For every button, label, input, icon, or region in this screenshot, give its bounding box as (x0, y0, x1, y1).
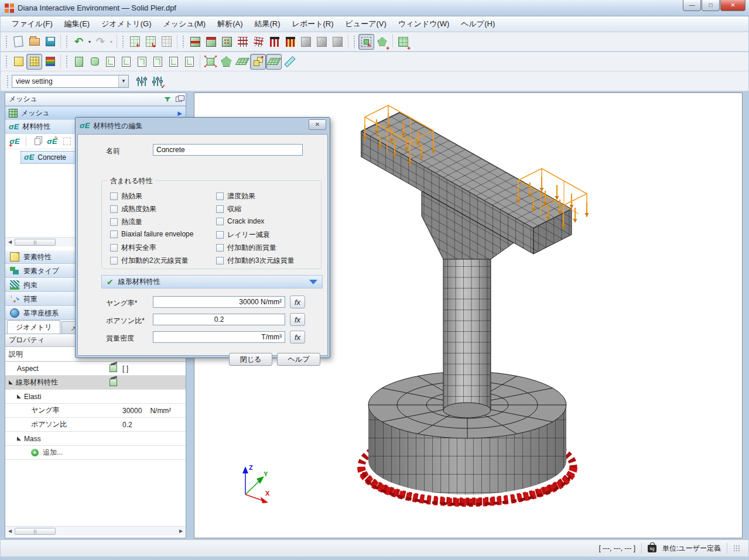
add-sheet-button[interactable]: ＋ (127, 34, 143, 50)
pile-group-alt-button[interactable] (282, 34, 298, 50)
box-face-4-button[interactable] (150, 54, 166, 70)
checkbox-icon[interactable] (216, 205, 224, 213)
toolbar-grip[interactable] (353, 35, 356, 48)
box-face-2-button[interactable] (118, 54, 134, 70)
checkbox-icon[interactable] (216, 218, 224, 225)
checkbox-icon[interactable] (110, 205, 118, 213)
dialog-title-bar[interactable]: σE 材料特性の編集 (77, 119, 328, 133)
mesh-seed-button[interactable]: ＋ (395, 34, 411, 50)
dialog-help-button[interactable]: ヘルプ (277, 353, 320, 366)
checkbox-icon[interactable] (216, 244, 224, 252)
dialog-close-button[interactable]: ✕ (309, 119, 326, 130)
checkbox-icon[interactable] (110, 231, 118, 238)
copy-material-button[interactable] (32, 136, 43, 147)
checkbox-icon[interactable] (110, 244, 118, 252)
tab-geometry[interactable]: ジオメトリ (7, 320, 60, 334)
menu-results[interactable]: 結果(R) (249, 16, 286, 32)
dropdown-arrow-icon[interactable]: ▼ (118, 75, 128, 87)
checkbox-crack-index[interactable]: Crack index (216, 217, 264, 225)
checkbox-maturity-effects[interactable]: 成熟度効果 (110, 204, 156, 214)
cut-solid-button[interactable] (203, 34, 219, 50)
expand-icon[interactable] (17, 437, 21, 441)
checkbox-icon[interactable] (110, 218, 118, 226)
menu-mesh[interactable]: メッシュ(M) (158, 16, 211, 32)
checkbox-icon[interactable] (216, 257, 224, 264)
property-row-mass[interactable]: Mass (5, 432, 186, 446)
view-setting-dropdown[interactable]: view setting ▼ (12, 75, 129, 88)
add-material-button[interactable]: σE＋ (9, 136, 20, 147)
detach-panel-icon[interactable] (176, 97, 182, 102)
youngs-modulus-input[interactable]: 30000 N/mm² (153, 296, 285, 308)
menu-file[interactable]: ファイル(F) (6, 16, 58, 32)
menu-help[interactable]: ヘルプ(H) (456, 16, 500, 32)
mass-density-input[interactable]: T/mm³ (153, 331, 285, 343)
edit-material-button[interactable]: σE✎ (46, 136, 58, 147)
reinforcement-grid-dense-button[interactable] (251, 34, 266, 50)
checkbox-material-safety-factor[interactable]: 材料安全率 (110, 243, 156, 253)
checkbox-rayleigh-damping[interactable]: レイリー減衰 (216, 230, 270, 240)
checkbox-icon[interactable] (110, 257, 118, 264)
gray-solid-1-button[interactable] (298, 34, 314, 50)
toolbar-grip[interactable] (5, 35, 8, 48)
solid-rounded-button[interactable] (87, 54, 102, 70)
menu-edit[interactable]: 編集(E) (59, 16, 95, 32)
checkbox-additional-2d-line-mass[interactable]: 付加動的2次元線質量 (110, 256, 189, 266)
checkbox-biaxial-failure-envelope[interactable]: Biaxial failure envelope (110, 230, 193, 238)
poisson-ratio-input[interactable]: 0.2 (153, 314, 285, 325)
reinforcement-grid-button[interactable] (235, 34, 251, 50)
mesh-markers-button[interactable] (266, 54, 282, 70)
overlap-faces-button[interactable]: ↗ (250, 54, 266, 70)
box-face-6-button[interactable] (182, 54, 197, 70)
scrollbar-thumb[interactable]: ||| (15, 239, 56, 246)
checkbox-additional-face-mass[interactable]: 付加動的面質量 (216, 243, 276, 253)
scrollbar-thumb[interactable]: ||| (15, 528, 56, 535)
redo-dropdown[interactable]: ▼ (108, 35, 114, 49)
toolbar-grip[interactable] (66, 55, 69, 68)
toolbar-grip[interactable] (5, 55, 8, 68)
new-document-button[interactable] (11, 34, 26, 50)
redo-button[interactable]: ↷ (93, 34, 108, 50)
toolbar-grip[interactable] (6, 75, 9, 88)
property-row-youngs-modulus[interactable]: ヤング率 30000N/mm² (5, 404, 186, 418)
toolbar-grip[interactable] (66, 35, 69, 48)
checkbox-heat-flow[interactable]: 熱流量 (110, 217, 142, 227)
shaded-polygon-button[interactable] (218, 54, 234, 70)
toolbar-grip[interactable] (182, 35, 185, 48)
minimize-button[interactable]: — (683, 0, 701, 11)
solid-prism-button[interactable] (71, 54, 87, 70)
box-face-3-button[interactable] (134, 54, 150, 70)
select-region-button[interactable]: ＋ (358, 34, 374, 50)
edit-property-icon[interactable] (110, 379, 117, 386)
solid-view-button[interactable] (11, 54, 26, 70)
filter-icon[interactable] (164, 97, 171, 102)
checkbox-shrinkage[interactable]: 収縮 (216, 204, 241, 214)
grid-horizontal-scrollbar[interactable]: ◀ ||| ▶ (5, 526, 186, 535)
scroll-left-icon[interactable]: ◀ (5, 528, 15, 534)
name-input[interactable]: Concrete (153, 144, 303, 156)
menu-window[interactable]: ウィンドウ(W) (393, 16, 454, 32)
close-button[interactable]: ✕ (720, 0, 745, 11)
pile-group-button[interactable] (266, 34, 282, 50)
gray-solid-2-button[interactable] (314, 34, 330, 50)
undo-button[interactable]: ↶ (71, 34, 87, 50)
property-row-aspect[interactable]: Aspect [ ] (5, 362, 186, 376)
checkbox-thermal-effects[interactable]: 熱効果 (110, 191, 142, 201)
edit-property-icon[interactable] (110, 365, 117, 372)
resize-grip[interactable] (733, 545, 740, 552)
view-settings-edit-button[interactable] (134, 73, 149, 89)
mesh-view-button[interactable] (26, 54, 42, 70)
sheet-inactive-button[interactable] (159, 34, 175, 50)
checkbox-icon[interactable] (216, 231, 224, 239)
youngs-modulus-fx-button[interactable]: fx (290, 296, 305, 308)
checkbox-concentration-effects[interactable]: 濃度効果 (216, 191, 255, 201)
checkbox-icon[interactable] (216, 193, 224, 200)
shrink-elements-button[interactable]: ↖↗↙↘ (203, 54, 218, 70)
undo-dropdown[interactable]: ▼ (87, 35, 93, 49)
mass-density-fx-button[interactable]: fx (290, 331, 305, 343)
checkbox-icon[interactable] (110, 193, 118, 200)
menu-analysis[interactable]: 解析(A) (212, 16, 248, 32)
box-face-5-button[interactable] (166, 54, 182, 70)
flat-mesh-button[interactable] (234, 54, 250, 70)
expand-arrow-icon[interactable]: ▶ (177, 110, 182, 116)
box-face-1-button[interactable] (102, 54, 118, 70)
